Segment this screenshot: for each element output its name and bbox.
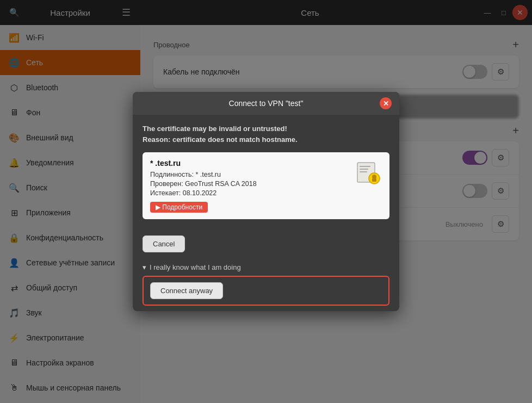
expand-content: Connect anyway (143, 276, 389, 306)
cert-verified-row: Проверен: GeoTrust RSA CA 2018 (150, 180, 349, 188)
cert-icon (355, 159, 382, 186)
content-area: Проводное + Кабель не подключён ⚙ + (140, 25, 532, 403)
main-layout: 📶 Wi-Fi 🌐 Сеть ⬡ Bluetooth 🖥 Фон 🎨 Внешн… (0, 25, 532, 403)
cert-expires-row: Истекает: 08.10.2022 (150, 189, 349, 197)
dialog-close-button[interactable]: ✕ (380, 97, 392, 109)
dialog-body: The certificate may be invalid or untrus… (140, 115, 399, 235)
dialog-warning: The certificate may be invalid or untrus… (143, 123, 389, 145)
svg-rect-3 (360, 171, 367, 172)
dialog-titlebar: Connect to VPN "test" ✕ (140, 92, 399, 115)
expand-header[interactable]: ▾ I really know what I am doing (143, 263, 389, 271)
svg-rect-2 (360, 169, 368, 170)
cert-domain: * .test.ru (150, 159, 349, 168)
svg-point-5 (372, 175, 376, 179)
expand-label: I really know what I am doing (150, 263, 241, 271)
expand-section: ▾ I really know what I am doing Connect … (140, 259, 399, 311)
cert-authenticity-row: Подлинность: * .test.ru (150, 171, 349, 178)
cert-box: * .test.ru Подлинность: * .test.ru Прове… (143, 152, 389, 219)
details-button[interactable]: ▶ Подробности (150, 202, 208, 213)
dialog-title: Connect to VPN "test" (152, 99, 380, 108)
cancel-button[interactable]: Cancel (143, 235, 185, 252)
dialog-actions: Cancel (140, 235, 399, 259)
svg-rect-1 (360, 166, 370, 167)
vpn-dialog: Connect to VPN "test" ✕ The certificate … (140, 92, 399, 311)
connect-anyway-button[interactable]: Connect anyway (150, 282, 223, 299)
cert-info: * .test.ru Подлинность: * .test.ru Прове… (150, 159, 349, 213)
dialog-overlay: Connect to VPN "test" ✕ The certificate … (140, 25, 532, 403)
svg-rect-6 (372, 178, 376, 182)
